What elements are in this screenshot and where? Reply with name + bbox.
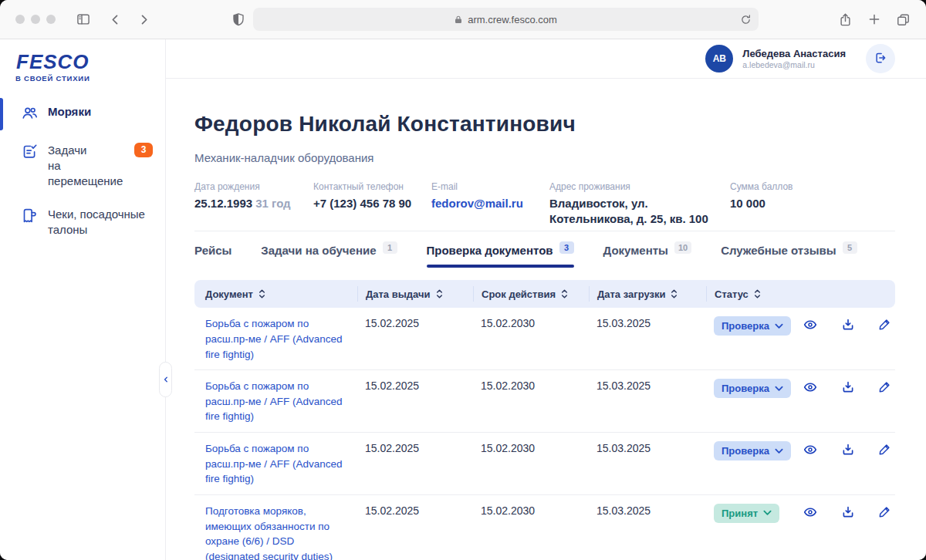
- pencil-icon: [878, 443, 891, 459]
- share-button[interactable]: [838, 12, 853, 27]
- chevron-left-icon: [162, 374, 170, 386]
- sailors-icon: [22, 105, 38, 124]
- email-link[interactable]: fedorov@mail.ru: [431, 196, 540, 211]
- download-icon: [841, 380, 855, 396]
- back-button[interactable]: [108, 12, 123, 27]
- document-link[interactable]: Подготовка моряков, имеющих обязанности …: [205, 505, 333, 560]
- sidebar-item-tasks[interactable]: Задачи на перемещение 3: [0, 133, 165, 197]
- url-field[interactable]: arm.crew.fesco.com: [253, 8, 759, 31]
- column-header-label: Дата выдачи: [366, 288, 431, 300]
- field-value-extra: 31 год: [255, 197, 290, 210]
- sidebar-nav: Моряки Задачи на перемещение 3 Чеки, пос…: [0, 95, 165, 247]
- plus-icon: [867, 12, 881, 26]
- logout-button[interactable]: [866, 44, 895, 73]
- sort-icon: [436, 288, 443, 299]
- document-link[interactable]: Борьба с пожаром по расш.пр-ме / AFF (Ad…: [205, 380, 343, 422]
- issue-date: 15.02.2025: [357, 379, 473, 392]
- logo-tagline: В СВОЕЙ СТИХИИ: [15, 74, 90, 83]
- status-label: Принят: [722, 508, 758, 519]
- sidebar-item-receipts[interactable]: Чеки, посадочные талоны: [0, 197, 165, 247]
- edit-document-button[interactable]: [878, 443, 891, 459]
- status-dropdown[interactable]: Проверка: [714, 379, 791, 398]
- column-header-label: Статус: [715, 288, 749, 300]
- reload-button[interactable]: [740, 14, 752, 25]
- sidebar-item-badge: 3: [134, 143, 153, 157]
- table-column-header[interactable]: Документ: [194, 286, 357, 302]
- view-document-button[interactable]: [803, 318, 818, 334]
- sidebar-item-sailors[interactable]: Моряки: [0, 95, 165, 133]
- field-value-text: 10 000: [730, 197, 765, 210]
- document-link[interactable]: Борьба с пожаром по расш.пр-ме / AFF (Ad…: [205, 443, 343, 484]
- field-value: 10 000: [730, 196, 793, 211]
- download-document-button[interactable]: [841, 505, 855, 521]
- table-column-header[interactable]: Дата выдачи: [357, 286, 473, 302]
- tabs: Рейсы Задачи на обучение 1 Проверка доку…: [194, 244, 895, 268]
- download-icon: [841, 318, 855, 334]
- view-document-button[interactable]: [803, 505, 818, 521]
- view-document-button[interactable]: [803, 443, 818, 459]
- status-dropdown[interactable]: Принят: [714, 504, 779, 523]
- issue-date: 15.02.2025: [357, 504, 473, 517]
- profile-field: Дата рождения 25.12.1993 31 год: [194, 181, 313, 226]
- sidebar-toggle-button[interactable]: [76, 12, 91, 27]
- new-tab-button[interactable]: [867, 12, 881, 26]
- field-value: +7 (123) 456 78 90: [313, 196, 422, 211]
- avatar: АВ: [705, 45, 733, 73]
- field-label: Дата рождения: [194, 181, 304, 192]
- tab-задачи-на-обучение[interactable]: Задачи на обучение 1: [261, 244, 397, 268]
- shield-icon: [231, 12, 245, 27]
- view-document-button[interactable]: [803, 380, 818, 396]
- tab-badge: 3: [559, 241, 574, 254]
- close-window-button[interactable]: [15, 15, 25, 24]
- tab-label: Задачи на обучение: [261, 244, 376, 257]
- profile-field: Контактный телефон +7 (123) 456 78 90: [313, 181, 431, 226]
- download-document-button[interactable]: [841, 318, 855, 334]
- field-value: Владивосток, ул. Котельникова, д. 25, кв…: [549, 196, 721, 226]
- privacy-shield-button[interactable]: [231, 12, 245, 27]
- edit-document-button[interactable]: [878, 318, 891, 334]
- lock-icon: [454, 15, 463, 25]
- forward-button[interactable]: [137, 12, 151, 27]
- upload-date: 15.03.2025: [589, 316, 706, 329]
- edit-document-button[interactable]: [878, 505, 891, 521]
- status-label: Проверка: [722, 320, 769, 332]
- tab-служебные-отзывы[interactable]: Служебные отзывы 5: [721, 244, 857, 268]
- download-document-button[interactable]: [841, 443, 855, 459]
- status-dropdown[interactable]: Проверка: [714, 316, 791, 336]
- collapse-sidebar-button[interactable]: [159, 362, 172, 397]
- table-row: Подготовка моряков, имеющих обязанности …: [194, 495, 895, 560]
- tab-overview-button[interactable]: [896, 12, 911, 27]
- tabs-overview-icon: [896, 12, 911, 27]
- tab-документы[interactable]: Документы 10: [603, 244, 692, 268]
- table-row: Борьба с пожаром по расш.пр-ме / AFF (Ad…: [194, 308, 895, 370]
- table-row: Борьба с пожаром по расш.пр-ме / AFF (Ad…: [194, 433, 895, 495]
- table-column-header[interactable]: Срок действия: [473, 286, 589, 302]
- tab-проверка-документов[interactable]: Проверка документов 3: [427, 244, 574, 268]
- person-name: Федоров Николай Константинович: [194, 111, 895, 137]
- tab-рейсы[interactable]: Рейсы: [194, 244, 231, 268]
- field-value-text: +7 (123) 456 78 90: [313, 197, 411, 210]
- column-header-label: Срок действия: [482, 288, 556, 300]
- table-column-header[interactable]: Статус: [706, 286, 791, 302]
- download-icon: [841, 443, 855, 459]
- table-column-header[interactable]: Дата загрузки: [589, 286, 706, 302]
- browser-chrome: arm.crew.fesco.com: [0, 0, 926, 39]
- person-position: Механик-наладчик оборудования: [194, 151, 895, 164]
- zoom-window-button[interactable]: [46, 15, 56, 24]
- document-link[interactable]: Борьба с пожаром по расш.пр-ме / AFF (Ad…: [205, 318, 343, 359]
- tab-badge: 5: [843, 241, 857, 254]
- fesco-logo: FESCO В СВОЕЙ СТИХИИ: [0, 46, 90, 87]
- status-dropdown[interactable]: Проверка: [714, 441, 791, 460]
- person-fields: Дата рождения 25.12.1993 31 год Контактн…: [194, 181, 895, 231]
- table-row: Борьба с пожаром по расш.пр-ме / AFF (Ad…: [194, 370, 895, 433]
- valid-until-date: 15.02.2030: [473, 504, 589, 517]
- minimize-window-button[interactable]: [31, 15, 40, 24]
- edit-document-button[interactable]: [878, 380, 891, 396]
- status-label: Проверка: [722, 445, 769, 457]
- download-document-button[interactable]: [841, 380, 855, 396]
- status-label: Проверка: [722, 383, 769, 394]
- top-bar: АВ Лебедева Анастасия a.lebedeva@mail.ru: [166, 39, 926, 79]
- profile-field: Сумма баллов 10 000: [730, 181, 803, 226]
- account-name: Лебедева Анастасия: [742, 48, 846, 60]
- valid-until-date: 15.02.2030: [473, 441, 589, 454]
